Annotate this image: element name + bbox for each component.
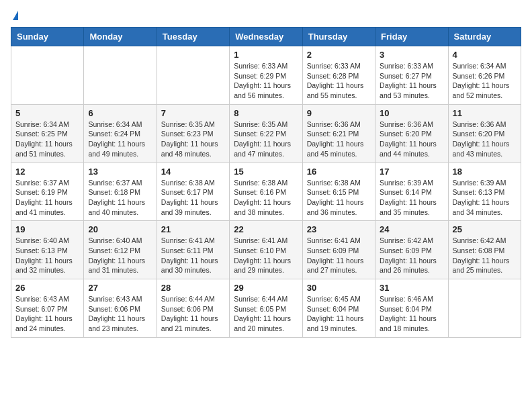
- calendar-cell: 6Sunrise: 6:34 AMSunset: 6:24 PMDaylight…: [84, 104, 157, 163]
- day-info: Sunrise: 6:35 AMSunset: 6:23 PMDaylight:…: [161, 120, 225, 159]
- day-number: 16: [307, 167, 371, 177]
- calendar-cell: 4Sunrise: 6:34 AMSunset: 6:26 PMDaylight…: [448, 46, 521, 105]
- day-number: 2: [307, 50, 371, 60]
- day-number: 14: [161, 167, 225, 177]
- column-header-saturday: Saturday: [448, 28, 521, 46]
- day-info: Sunrise: 6:43 AMSunset: 6:07 PMDaylight:…: [15, 294, 79, 334]
- day-number: 8: [234, 108, 298, 118]
- column-header-wednesday: Wednesday: [230, 28, 302, 46]
- column-header-sunday: Sunday: [11, 28, 84, 46]
- day-number: 28: [161, 283, 225, 293]
- day-info: Sunrise: 6:33 AMSunset: 6:27 PMDaylight:…: [380, 61, 443, 101]
- day-info: Sunrise: 6:37 AMSunset: 6:18 PMDaylight:…: [88, 178, 152, 218]
- day-info: Sunrise: 6:36 AMSunset: 6:21 PMDaylight:…: [307, 120, 371, 159]
- day-number: 4: [453, 50, 517, 60]
- day-number: 22: [234, 224, 298, 234]
- day-info: Sunrise: 6:33 AMSunset: 6:28 PMDaylight:…: [307, 61, 371, 101]
- logo-icon: [13, 11, 18, 20]
- day-info: Sunrise: 6:34 AMSunset: 6:26 PMDaylight:…: [453, 61, 517, 101]
- column-header-monday: Monday: [84, 28, 157, 46]
- day-info: Sunrise: 6:42 AMSunset: 6:08 PMDaylight:…: [453, 236, 517, 275]
- day-info: Sunrise: 6:36 AMSunset: 6:20 PMDaylight:…: [380, 120, 443, 159]
- column-header-thursday: Thursday: [302, 28, 375, 46]
- calendar-cell: 9Sunrise: 6:36 AMSunset: 6:21 PMDaylight…: [302, 104, 375, 163]
- day-info: Sunrise: 6:46 AMSunset: 6:04 PMDaylight:…: [380, 294, 443, 334]
- day-info: Sunrise: 6:45 AMSunset: 6:04 PMDaylight:…: [307, 294, 371, 334]
- page-header: [11, 11, 521, 20]
- day-info: Sunrise: 6:35 AMSunset: 6:22 PMDaylight:…: [234, 120, 298, 159]
- day-info: Sunrise: 6:41 AMSunset: 6:11 PMDaylight:…: [161, 236, 225, 275]
- day-number: 26: [15, 283, 79, 293]
- day-info: Sunrise: 6:43 AMSunset: 6:06 PMDaylight:…: [88, 294, 152, 334]
- day-info: Sunrise: 6:38 AMSunset: 6:16 PMDaylight:…: [234, 178, 298, 218]
- day-number: 25: [453, 224, 517, 234]
- calendar-cell: 7Sunrise: 6:35 AMSunset: 6:23 PMDaylight…: [157, 104, 229, 163]
- calendar-cell: 31Sunrise: 6:46 AMSunset: 6:04 PMDayligh…: [375, 279, 448, 338]
- calendar-week-row: 19Sunrise: 6:40 AMSunset: 6:13 PMDayligh…: [11, 221, 521, 279]
- day-info: Sunrise: 6:39 AMSunset: 6:13 PMDaylight:…: [453, 178, 517, 218]
- day-info: Sunrise: 6:38 AMSunset: 6:15 PMDaylight:…: [307, 178, 371, 218]
- day-info: Sunrise: 6:36 AMSunset: 6:20 PMDaylight:…: [453, 120, 517, 159]
- day-number: 27: [88, 283, 152, 293]
- calendar-cell: 11Sunrise: 6:36 AMSunset: 6:20 PMDayligh…: [448, 104, 521, 163]
- day-info: Sunrise: 6:34 AMSunset: 6:24 PMDaylight:…: [88, 120, 152, 159]
- column-header-friday: Friday: [375, 28, 448, 46]
- calendar-cell: [84, 46, 157, 105]
- calendar-cell: 26Sunrise: 6:43 AMSunset: 6:07 PMDayligh…: [11, 279, 84, 338]
- day-info: Sunrise: 6:33 AMSunset: 6:29 PMDaylight:…: [234, 61, 298, 101]
- day-info: Sunrise: 6:39 AMSunset: 6:14 PMDaylight:…: [380, 178, 443, 218]
- calendar-cell: 25Sunrise: 6:42 AMSunset: 6:08 PMDayligh…: [448, 221, 521, 279]
- day-number: 29: [234, 283, 298, 293]
- calendar-cell: 17Sunrise: 6:39 AMSunset: 6:14 PMDayligh…: [375, 163, 448, 221]
- day-number: 24: [380, 224, 443, 234]
- day-info: Sunrise: 6:40 AMSunset: 6:13 PMDaylight:…: [15, 236, 79, 275]
- calendar-week-row: 26Sunrise: 6:43 AMSunset: 6:07 PMDayligh…: [11, 279, 521, 338]
- calendar-cell: 3Sunrise: 6:33 AMSunset: 6:27 PMDaylight…: [375, 46, 448, 105]
- calendar-cell: 29Sunrise: 6:44 AMSunset: 6:05 PMDayligh…: [230, 279, 302, 338]
- calendar-week-row: 5Sunrise: 6:34 AMSunset: 6:25 PMDaylight…: [11, 104, 521, 163]
- day-number: 21: [161, 224, 225, 234]
- calendar-table: SundayMondayTuesdayWednesdayThursdayFrid…: [11, 27, 521, 338]
- calendar-cell: 2Sunrise: 6:33 AMSunset: 6:28 PMDaylight…: [302, 46, 375, 105]
- day-number: 19: [15, 224, 79, 234]
- calendar-cell: 30Sunrise: 6:45 AMSunset: 6:04 PMDayligh…: [302, 279, 375, 338]
- calendar-cell: 22Sunrise: 6:41 AMSunset: 6:10 PMDayligh…: [230, 221, 302, 279]
- day-info: Sunrise: 6:41 AMSunset: 6:10 PMDaylight:…: [234, 236, 298, 275]
- calendar-cell: 1Sunrise: 6:33 AMSunset: 6:29 PMDaylight…: [230, 46, 302, 105]
- calendar-cell: 12Sunrise: 6:37 AMSunset: 6:19 PMDayligh…: [11, 163, 84, 221]
- day-number: 6: [88, 108, 152, 118]
- calendar-cell: 23Sunrise: 6:41 AMSunset: 6:09 PMDayligh…: [302, 221, 375, 279]
- calendar-cell: 21Sunrise: 6:41 AMSunset: 6:11 PMDayligh…: [157, 221, 229, 279]
- day-info: Sunrise: 6:37 AMSunset: 6:19 PMDaylight:…: [15, 178, 79, 218]
- calendar-cell: 20Sunrise: 6:40 AMSunset: 6:12 PMDayligh…: [84, 221, 157, 279]
- day-number: 18: [453, 167, 517, 177]
- day-number: 30: [307, 283, 371, 293]
- calendar-cell: 28Sunrise: 6:44 AMSunset: 6:06 PMDayligh…: [157, 279, 229, 338]
- calendar-header-row: SundayMondayTuesdayWednesdayThursdayFrid…: [11, 28, 521, 46]
- calendar-cell: 15Sunrise: 6:38 AMSunset: 6:16 PMDayligh…: [230, 163, 302, 221]
- day-info: Sunrise: 6:40 AMSunset: 6:12 PMDaylight:…: [88, 236, 152, 275]
- day-number: 15: [234, 167, 298, 177]
- column-header-tuesday: Tuesday: [157, 28, 229, 46]
- day-info: Sunrise: 6:44 AMSunset: 6:06 PMDaylight:…: [161, 294, 225, 334]
- day-info: Sunrise: 6:42 AMSunset: 6:09 PMDaylight:…: [380, 236, 443, 275]
- logo: [11, 11, 18, 20]
- day-number: 1: [234, 50, 298, 60]
- day-number: 13: [88, 167, 152, 177]
- calendar-cell: 18Sunrise: 6:39 AMSunset: 6:13 PMDayligh…: [448, 163, 521, 221]
- day-number: 7: [161, 108, 225, 118]
- calendar-cell: 19Sunrise: 6:40 AMSunset: 6:13 PMDayligh…: [11, 221, 84, 279]
- day-number: 5: [15, 108, 79, 118]
- day-number: 3: [380, 50, 443, 60]
- calendar-week-row: 1Sunrise: 6:33 AMSunset: 6:29 PMDaylight…: [11, 46, 521, 105]
- calendar-cell: 10Sunrise: 6:36 AMSunset: 6:20 PMDayligh…: [375, 104, 448, 163]
- calendar-cell: 14Sunrise: 6:38 AMSunset: 6:17 PMDayligh…: [157, 163, 229, 221]
- day-number: 11: [453, 108, 517, 118]
- day-number: 31: [380, 283, 443, 293]
- calendar-cell: [11, 46, 84, 105]
- calendar-cell: 27Sunrise: 6:43 AMSunset: 6:06 PMDayligh…: [84, 279, 157, 338]
- day-info: Sunrise: 6:44 AMSunset: 6:05 PMDaylight:…: [234, 294, 298, 334]
- day-number: 12: [15, 167, 79, 177]
- day-number: 17: [380, 167, 443, 177]
- day-info: Sunrise: 6:34 AMSunset: 6:25 PMDaylight:…: [15, 120, 79, 159]
